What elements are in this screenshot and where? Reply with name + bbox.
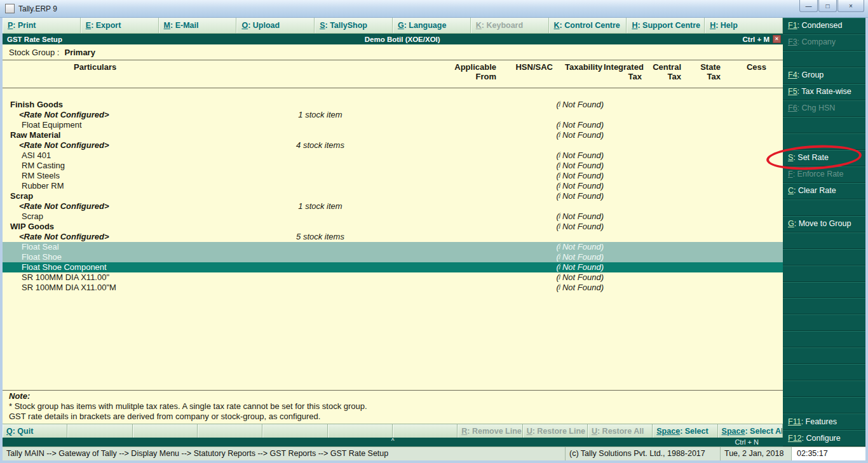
row-name: <Rate Not Configured> bbox=[19, 110, 109, 120]
menu-item-export[interactable]: E: Export bbox=[81, 18, 159, 33]
command-button-blank-2 bbox=[133, 424, 198, 438]
sidebar-button-blank-23 bbox=[783, 397, 865, 413]
statusbar: Tally MAIN --> Gateway of Tally --> Disp… bbox=[3, 446, 865, 460]
taxability-value: (ʲ Not Found) bbox=[556, 161, 604, 171]
stock-item-count: 1 stock item bbox=[282, 201, 358, 211]
sidebar: F1: CondensedF3: CompanyF4: GroupF5: Tax… bbox=[783, 18, 865, 446]
taxability-value: (ʲ Not Found) bbox=[556, 283, 604, 293]
table-row-asi-401[interactable]: ASI 401(ʲ Not Found) bbox=[3, 151, 783, 161]
command-button-quit[interactable]: Q: Quit bbox=[3, 424, 67, 438]
row-name: <Rate Not Configured> bbox=[19, 201, 109, 211]
sidebar-button-group[interactable]: F4: Group bbox=[783, 67, 865, 84]
menu-item-language[interactable]: G: Language bbox=[393, 18, 471, 33]
sidebar-button-blank-2 bbox=[783, 51, 865, 67]
report-shortcut: Ctrl + M bbox=[743, 36, 770, 43]
sidebar-button-blank-22 bbox=[783, 380, 865, 397]
column-header-particulars: Particulars bbox=[3, 62, 384, 88]
column-header-integrated-tax: Integrated Tax bbox=[604, 62, 643, 88]
table-row-finish-goods[interactable]: Finish Goods(ʲ Not Found) bbox=[3, 100, 783, 110]
menu-item-upload[interactable]: O: Upload bbox=[236, 18, 315, 33]
menu-item-e-mail[interactable]: M: E-Mail bbox=[159, 18, 237, 33]
sidebar-button-set-rate[interactable]: S: Set Rate bbox=[783, 150, 865, 166]
report-header-right: Ctrl + M × bbox=[743, 35, 782, 43]
column-header-cess: Cess bbox=[722, 62, 783, 88]
maximize-button[interactable]: □ bbox=[818, 0, 837, 12]
taxability-value: (ʲ Not Found) bbox=[556, 252, 604, 262]
sidebar-button-enforce-rate: F: Enforce Rate bbox=[783, 166, 865, 183]
note-title: Note: bbox=[9, 391, 776, 401]
table-row-scrap[interactable]: Scrap(ʲ Not Found) bbox=[3, 191, 783, 201]
stock-item-count: 1 stock item bbox=[282, 110, 358, 120]
gst-rate-setup-form: Stock Group : Primary ParticularsApplica… bbox=[3, 44, 783, 424]
minimize-button[interactable]: — bbox=[799, 0, 818, 12]
taxability-value: (ʲ Not Found) bbox=[556, 211, 604, 222]
titlebar[interactable]: Tally.ERP 9 —□× bbox=[0, 0, 868, 18]
row-name: WIP Goods bbox=[10, 222, 54, 232]
row-name: <Rate Not Configured> bbox=[19, 140, 109, 151]
row-name: Finish Goods bbox=[10, 100, 63, 110]
navigation-path: Tally MAIN --> Gateway of Tally --> Disp… bbox=[3, 447, 566, 460]
menu-item-help[interactable]: H: Help bbox=[705, 18, 783, 33]
table-row-float-shoe[interactable]: Float Shoe(ʲ Not Found) bbox=[3, 252, 783, 262]
collapse-caret-icon[interactable]: ^ bbox=[391, 437, 395, 446]
sidebar-button-blank-7 bbox=[783, 133, 865, 150]
command-bar: Q: QuitR: Remove LineU: Restore LineU: R… bbox=[3, 424, 783, 438]
sidebar-button-configure[interactable]: F12: Configure bbox=[783, 430, 865, 446]
sidebar-button-move-to-group[interactable]: G: Move to Group bbox=[783, 216, 865, 232]
sidebar-button-blank-17 bbox=[783, 298, 865, 314]
sidebar-button-blank-15 bbox=[783, 265, 865, 282]
sidebar-button-blank-14 bbox=[783, 249, 865, 265]
sidebar-button-blank-11 bbox=[783, 199, 865, 216]
report-close-icon[interactable]: × bbox=[773, 35, 781, 43]
content-area: P: PrintE: ExportM: E-MailO: UploadS: Ta… bbox=[0, 18, 868, 446]
table-row-rate-not-configured[interactable]: <Rate Not Configured>5 stock items bbox=[3, 232, 783, 242]
note-line: * Stock group has items with mulitple ta… bbox=[9, 401, 776, 412]
window-title: Tally.ERP 9 bbox=[18, 4, 57, 13]
sidebar-button-condensed[interactable]: F1: Condensed bbox=[783, 18, 865, 34]
current-date: Tue, 2 Jan, 2018 bbox=[721, 447, 792, 460]
taxability-value: (ʲ Not Found) bbox=[556, 100, 604, 110]
sidebar-button-blank-21 bbox=[783, 364, 865, 380]
table-row-float-shoe-component[interactable]: Float Shoe Component(ʲ Not Found) bbox=[3, 262, 783, 272]
table-row-rate-not-configured[interactable]: <Rate Not Configured>1 stock item bbox=[3, 201, 783, 211]
table-row-sr-100mm-dia-x11-00[interactable]: SR 100MM DIA X11.00"(ʲ Not Found) bbox=[3, 272, 783, 283]
close-button[interactable]: × bbox=[837, 0, 864, 12]
table-row-rubber-rm[interactable]: Rubber RM(ʲ Not Found) bbox=[3, 181, 783, 191]
menu-item-tallyshop[interactable]: S: TallyShop bbox=[315, 18, 393, 33]
menu-item-support-centre[interactable]: H: Support Centre bbox=[627, 18, 705, 33]
table-row-wip-goods[interactable]: WIP Goods(ʲ Not Found) bbox=[3, 222, 783, 232]
menu-item-print[interactable]: P: Print bbox=[3, 18, 81, 33]
table-row-rate-not-configured[interactable]: <Rate Not Configured>4 stock items bbox=[3, 140, 783, 151]
tally-window: Tally.ERP 9 —□× P: PrintE: ExportM: E-Ma… bbox=[0, 0, 868, 463]
note-area: Note: * Stock group has items with mulit… bbox=[3, 390, 783, 424]
command-button-blank-3 bbox=[198, 424, 262, 438]
sidebar-button-clear-rate[interactable]: C: Clear Rate bbox=[783, 183, 865, 199]
row-name: SR 100MM DIA X11.00" bbox=[22, 272, 109, 283]
collapse-strip: ^ Ctrl + N bbox=[3, 438, 783, 446]
command-button-select[interactable]: Space: Select bbox=[653, 424, 717, 438]
stock-item-count: 5 stock items bbox=[282, 232, 358, 242]
row-name: SR 100MM DIA X11.00"M bbox=[22, 283, 116, 293]
command-button-select-all[interactable]: Space: Select All bbox=[718, 424, 783, 438]
taxability-value: (ʲ Not Found) bbox=[556, 130, 604, 140]
collapse-shortcut: Ctrl + N bbox=[735, 438, 759, 446]
taxability-value: (ʲ Not Found) bbox=[556, 272, 604, 283]
table-row-rate-not-configured[interactable]: <Rate Not Configured>1 stock item bbox=[3, 110, 783, 120]
sidebar-button-features[interactable]: F11: Features bbox=[783, 413, 865, 430]
table-row-rm-steels[interactable]: RM Steels(ʲ Not Found) bbox=[3, 171, 783, 181]
row-name: Float Shoe Component bbox=[22, 262, 107, 272]
taxability-value: (ʲ Not Found) bbox=[556, 151, 604, 161]
command-button-restore-line: U: Restore Line bbox=[523, 424, 588, 438]
current-time: 02:35:17 bbox=[792, 447, 865, 460]
table-row-float-seal[interactable]: Float Seal(ʲ Not Found) bbox=[3, 242, 783, 252]
table-row-float-equipment[interactable]: Float Equipment(ʲ Not Found) bbox=[3, 120, 783, 130]
table-row-scrap[interactable]: Scrap(ʲ Not Found) bbox=[3, 211, 783, 222]
table-row-sr-100mm-dia-x11-00-m[interactable]: SR 100MM DIA X11.00"M(ʲ Not Found) bbox=[3, 283, 783, 293]
command-button-restore-all: U: Restore All bbox=[588, 424, 653, 438]
row-name: ASI 401 bbox=[22, 151, 51, 161]
sidebar-button-blank-13 bbox=[783, 232, 865, 249]
table-row-rm-casting[interactable]: RM Casting(ʲ Not Found) bbox=[3, 161, 783, 171]
table-row-raw-material[interactable]: Raw Material(ʲ Not Found) bbox=[3, 130, 783, 140]
sidebar-button-tax-rate-wise[interactable]: F5: Tax Rate-wise bbox=[783, 84, 865, 100]
menu-item-control-centre[interactable]: K: Control Centre bbox=[549, 18, 627, 33]
